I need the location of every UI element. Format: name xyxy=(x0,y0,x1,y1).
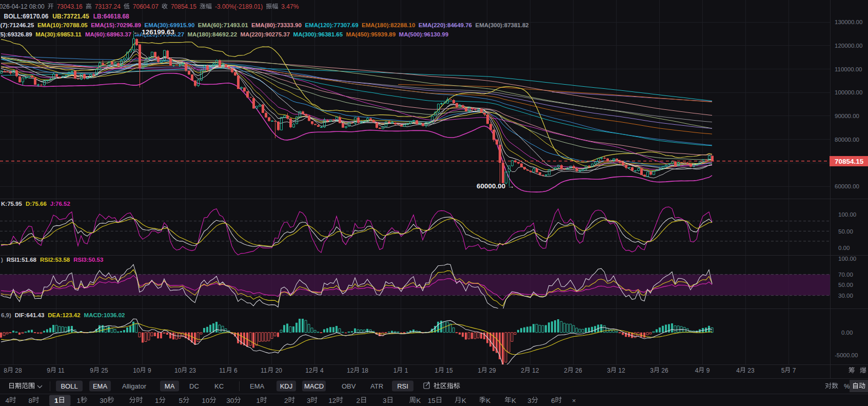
svg-text:0.00: 0.00 xyxy=(838,245,850,251)
svg-text:J:76.52: J:76.52 xyxy=(50,201,70,207)
svg-text:60000.00 →: 60000.00 → xyxy=(477,182,515,190)
svg-text:Alligator: Alligator xyxy=(122,382,147,390)
svg-text:70.00: 70.00 xyxy=(838,272,853,278)
svg-text:90000.00: 90000.00 xyxy=(835,113,859,119)
svg-text:18: 18 xyxy=(360,367,368,374)
svg-text:6: 6 xyxy=(232,367,238,374)
svg-text:12: 12 xyxy=(305,367,312,374)
svg-text:12: 12 xyxy=(347,367,354,374)
svg-text:MA(450):95939.89: MA(450):95939.89 xyxy=(346,31,396,37)
svg-text:DEA:123.42: DEA:123.42 xyxy=(48,312,80,318)
svg-text:26: 26 xyxy=(660,367,668,374)
svg-text:100000.00: 100000.00 xyxy=(835,89,862,95)
svg-text:EMA(300):87381.82: EMA(300):87381.82 xyxy=(476,22,529,28)
svg-text:LB:64618.68: LB:64618.68 xyxy=(93,13,129,20)
svg-text:×: × xyxy=(572,397,576,404)
svg-text:60000.00: 60000.00 xyxy=(835,183,859,189)
svg-text:11: 11 xyxy=(56,367,65,374)
svg-text:29: 29 xyxy=(487,367,496,374)
svg-text:2: 2 xyxy=(284,397,288,404)
svg-text:4: 4 xyxy=(6,397,10,404)
svg-text:100.00: 100.00 xyxy=(838,256,856,262)
svg-text:MA(300):96381.65: MA(300):96381.65 xyxy=(293,31,343,37)
svg-text:1: 1 xyxy=(403,367,408,374)
svg-text:KDJ: KDJ xyxy=(280,382,293,390)
svg-text:K: K xyxy=(462,397,466,404)
svg-text:3: 3 xyxy=(650,367,654,374)
svg-text:120000.00: 120000.00 xyxy=(835,43,862,49)
svg-text:2026-04-12 08:00: 2026-04-12 08:00 xyxy=(0,3,45,10)
svg-text:12: 12 xyxy=(617,367,625,374)
svg-text:2: 2 xyxy=(357,397,361,404)
svg-text:100.00: 100.00 xyxy=(838,211,856,218)
svg-text:8: 8 xyxy=(29,397,33,404)
svg-text:3: 3 xyxy=(307,397,311,404)
svg-text:15: 15 xyxy=(428,397,436,404)
svg-text:EMA(220):84649.76: EMA(220):84649.76 xyxy=(419,22,472,28)
svg-text:73043.16: 73043.16 xyxy=(57,3,83,10)
svg-text:BOLL: BOLL xyxy=(61,382,77,390)
svg-text:70604.07: 70604.07 xyxy=(133,3,159,10)
svg-text:5: 5 xyxy=(179,397,183,404)
svg-text:9: 9 xyxy=(146,367,151,374)
svg-text:1: 1 xyxy=(54,397,58,404)
svg-text:2: 2 xyxy=(564,367,567,374)
svg-text:K:75.95: K:75.95 xyxy=(1,201,23,207)
svg-text:26: 26 xyxy=(574,367,582,374)
svg-text:RSI2:53.58: RSI2:53.58 xyxy=(40,257,70,263)
svg-text:23: 23 xyxy=(187,367,196,374)
svg-text:K: K xyxy=(511,397,516,404)
svg-text:1: 1 xyxy=(77,397,81,404)
svg-text:3: 3 xyxy=(607,367,610,374)
svg-text:80000.00: 80000.00 xyxy=(835,137,859,143)
svg-text:11: 11 xyxy=(261,367,267,374)
svg-text:10: 10 xyxy=(133,367,140,374)
svg-text:MA(60):68963.37: MA(60):68963.37 xyxy=(85,31,131,37)
svg-text:DIF:641.43: DIF:641.43 xyxy=(15,312,45,318)
svg-text:): ) xyxy=(1,257,3,263)
svg-text:9: 9 xyxy=(47,367,50,374)
svg-text:23: 23 xyxy=(746,367,755,374)
svg-text:EMA(7):71246.25: EMA(7):71246.25 xyxy=(0,22,34,28)
svg-text:12: 12 xyxy=(328,397,336,404)
svg-text:RSI: RSI xyxy=(397,382,408,390)
svg-text:-5000.00: -5000.00 xyxy=(835,352,858,358)
svg-text:OBV: OBV xyxy=(342,382,356,390)
svg-text:MACD: MACD xyxy=(304,382,324,390)
svg-text:EMA(180):82288.10: EMA(180):82288.10 xyxy=(362,22,415,28)
svg-text:3: 3 xyxy=(527,397,531,404)
svg-text:4: 4 xyxy=(695,367,699,374)
svg-text:1: 1 xyxy=(393,367,397,374)
svg-text:5: 5 xyxy=(781,367,785,374)
svg-text:1: 1 xyxy=(257,397,261,404)
svg-text:130000.00: 130000.00 xyxy=(835,19,862,25)
svg-text:KC: KC xyxy=(214,382,224,390)
svg-text:9: 9 xyxy=(90,367,93,374)
svg-text:UB:73721.45: UB:73721.45 xyxy=(52,13,89,20)
svg-text:73137.24: 73137.24 xyxy=(95,3,121,10)
svg-text:MA(30):69853.11: MA(30):69853.11 xyxy=(35,31,82,37)
svg-text:← 126199.63: ← 126199.63 xyxy=(133,28,175,36)
svg-text:15: 15 xyxy=(444,367,453,374)
svg-text:30: 30 xyxy=(100,397,107,404)
svg-text:D:75.66: D:75.66 xyxy=(26,201,47,207)
svg-text:MA(5):69326.89: MA(5):69326.89 xyxy=(0,31,32,37)
svg-text:1: 1 xyxy=(155,397,159,404)
svg-text:6: 6 xyxy=(551,397,555,404)
svg-text:EMA(30):69915.90: EMA(30):69915.90 xyxy=(145,22,195,28)
svg-text:MA(180):84692.22: MA(180):84692.22 xyxy=(188,31,238,37)
svg-text:K: K xyxy=(486,397,490,404)
svg-text:1: 1 xyxy=(478,367,481,374)
svg-text:30: 30 xyxy=(226,397,234,404)
svg-text:3: 3 xyxy=(383,397,387,404)
svg-text:0.00: 0.00 xyxy=(841,330,853,336)
svg-text:28: 28 xyxy=(13,367,22,374)
svg-text:110000.00: 110000.00 xyxy=(835,66,862,72)
svg-text:12: 12 xyxy=(530,367,539,374)
svg-text:7: 7 xyxy=(791,367,796,374)
svg-text:8: 8 xyxy=(4,367,7,374)
svg-text:EMA(10):70788.05: EMA(10):70788.05 xyxy=(37,22,88,28)
svg-text:4: 4 xyxy=(319,367,324,374)
svg-text:10: 10 xyxy=(202,397,209,404)
svg-text:3.47%: 3.47% xyxy=(281,3,299,10)
